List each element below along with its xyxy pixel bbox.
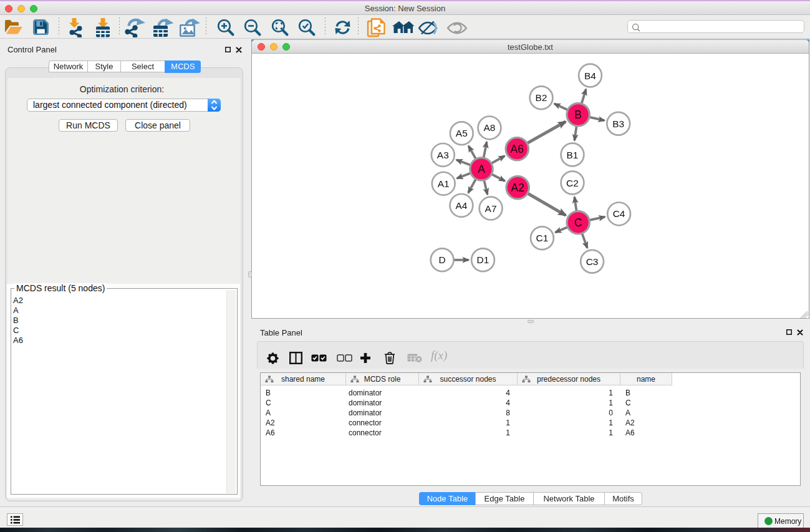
svg-text:A2: A2 — [511, 181, 524, 194]
svg-text:B4: B4 — [584, 70, 596, 81]
svg-text:B: B — [574, 109, 582, 121]
svg-text:B1: B1 — [567, 150, 579, 160]
svg-text:A1: A1 — [438, 178, 450, 189]
svg-text:A3: A3 — [437, 150, 449, 160]
svg-text:A5: A5 — [456, 128, 468, 138]
svg-text:A4: A4 — [455, 200, 467, 211]
svg-text:A: A — [478, 163, 485, 175]
svg-text:B2: B2 — [536, 92, 547, 103]
svg-text:C2: C2 — [566, 178, 579, 188]
svg-text:C1: C1 — [536, 233, 548, 243]
svg-text:C: C — [574, 216, 582, 229]
svg-text:A7: A7 — [485, 203, 497, 214]
svg-text:A8: A8 — [484, 122, 496, 133]
svg-text:C4: C4 — [613, 208, 625, 219]
svg-text:B3: B3 — [612, 118, 624, 129]
svg-text:A6: A6 — [511, 143, 524, 155]
svg-text:D: D — [438, 254, 445, 265]
svg-text:C3: C3 — [586, 256, 599, 267]
svg-text:D1: D1 — [477, 254, 489, 265]
